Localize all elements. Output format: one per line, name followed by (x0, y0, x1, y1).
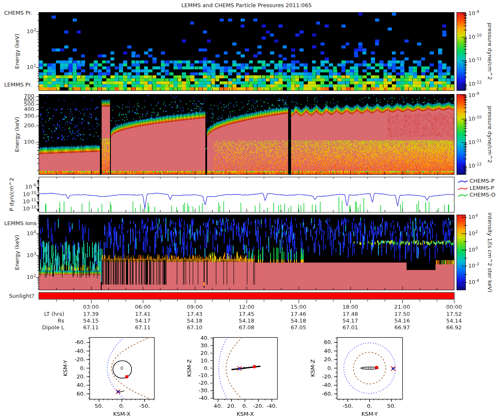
ephemeris-value: 54.15 (76, 318, 106, 324)
ephemeris-value: 67.10 (180, 324, 210, 331)
time-axis-tick (143, 300, 143, 303)
time-tick-label: 06:00 (129, 304, 156, 310)
pressure-colorbar-2 (457, 94, 466, 175)
time-tick-label: 21:00 (389, 304, 416, 310)
ephemeris-value: 17.48 (336, 311, 365, 317)
orbit-plot-yz-canvas (306, 333, 409, 420)
ephemeris-value: 54.14 (439, 318, 469, 324)
time-axis-tick (160, 300, 160, 302)
time-axis-tick (402, 300, 403, 303)
chems-y-axis-label: Energy (keV) (14, 34, 20, 69)
time-axis-tick (316, 300, 316, 302)
time-axis-tick (108, 300, 109, 302)
colorbar-tick-label: 10-10 (468, 34, 488, 40)
y-tick-label: 200. (18, 122, 36, 129)
legend-label: LEMMS-P (470, 185, 494, 191)
time-axis-tick (229, 300, 230, 302)
chems-panel-label: CHEMS Pr. (4, 10, 32, 16)
time-axis-tick (264, 300, 264, 302)
time-axis-tick (177, 300, 178, 302)
legend-line-swatch (458, 179, 468, 184)
time-axis-tick (350, 300, 351, 303)
y-tick-label: 10-9 (18, 184, 36, 190)
y-tick-label: 700. (18, 93, 36, 99)
orbit-plot-xz-canvas (183, 333, 284, 420)
figure-root: LEMMS and CHEMS Particle Pressures 2011:… (0, 0, 504, 420)
colorbar-tick-label: 10-9 (468, 92, 488, 98)
ephemeris-row-label: LT (hrs) (5, 311, 64, 317)
time-tick-label: 12:00 (233, 304, 260, 310)
y-tick-label: 100. (18, 139, 36, 145)
lemms-spectrogram-canvas (39, 94, 454, 175)
ephemeris-value: 17.43 (180, 311, 210, 317)
colorbar-tick-label: 10-12 (468, 81, 488, 87)
ephemeris-value: 17.52 (439, 311, 469, 317)
time-tick-label: 09:00 (181, 304, 208, 310)
lemms-panel-label: LEMMS Pr. (4, 81, 32, 88)
chems-spectrogram-canvas (39, 12, 454, 91)
colorbar-tick-label: 10-11 (468, 139, 488, 145)
pressure-lineplot-canvas (39, 177, 454, 213)
ephemeris-value: 67.01 (336, 324, 365, 331)
sunlight-label: Sunlight? (3, 293, 34, 299)
ephemeris-value: 54.18 (284, 318, 313, 324)
time-tick-label: 00:00 (441, 304, 467, 310)
pressure-colorbar-unit-2: pressure dyne/cm^2 (487, 106, 493, 163)
y-tick-label: 600. (18, 97, 36, 103)
time-axis-tick (385, 300, 385, 302)
ephemeris-value: 66.92 (439, 324, 469, 331)
colorbar-tick-label: 10-11 (468, 57, 488, 63)
ephemeris-value: 67.11 (128, 324, 158, 331)
ephemeris-row-label: Rs (5, 318, 64, 324)
ephemeris-value: 67.08 (232, 324, 261, 331)
pressure-legend: CHEMS-P LEMMS-P CHEMS-O (458, 178, 502, 203)
colorbar-tick-label: 104 (468, 214, 488, 220)
time-tick-label: 18:00 (337, 304, 364, 310)
time-axis-tick (91, 300, 92, 303)
ions-y-axis-label: Energy (keV) (14, 235, 20, 270)
ephemeris-value: 54.17 (128, 318, 158, 324)
lemms-y-axis-label: Energy (keV) (14, 117, 20, 152)
ions-panel-label: LEMMS Ions (4, 220, 37, 226)
legend-line-swatch (458, 193, 468, 198)
time-axis-tick (247, 300, 247, 303)
colorbar-tick-label: 10-2 (468, 262, 488, 269)
intensity-colorbar (457, 215, 466, 290)
colorbar-tick-label: 102 (468, 230, 488, 236)
colorbar-tick-label: 10-4 (468, 279, 488, 285)
y-tick-label: 500. (18, 101, 36, 107)
ephemeris-value: 17.41 (128, 311, 158, 317)
ephemeris-value: 17.50 (388, 311, 417, 317)
intensity-colorbar-unit: intensity 1/(s cm^2 ster keV) (487, 213, 493, 293)
legend-label: CHEMS-O (470, 192, 496, 198)
time-axis-tick (281, 300, 281, 302)
ions-spectrogram-canvas (39, 215, 454, 290)
ephemeris-value: 17.39 (76, 311, 106, 317)
ephemeris-value: 54.18 (180, 318, 210, 324)
ephemeris-value: 17.45 (232, 311, 261, 317)
y-tick-label: 101 (18, 64, 36, 70)
ephemeris-value: 54.18 (232, 318, 261, 324)
legend-label: CHEMS-P (470, 178, 494, 184)
ephemeris-value: 17.46 (284, 311, 313, 317)
colorbar-tick-label: 100 (468, 247, 488, 253)
y-tick-label: 102 (18, 274, 36, 280)
page-title: LEMMS and CHEMS Particle Pressures 2011:… (39, 2, 454, 8)
time-axis-tick (333, 300, 333, 302)
time-axis-tick (212, 300, 213, 302)
ephemeris-value: 67.11 (76, 324, 106, 331)
time-axis-tick (74, 300, 74, 302)
y-tick-label: 400. (18, 106, 36, 112)
y-tick-label: 10-11 (18, 198, 36, 205)
orbit-plot-xy-canvas (59, 333, 160, 420)
y-tick-label: 102 (18, 28, 36, 34)
y-tick-label: 300. (18, 113, 36, 119)
colorbar-tick-label: 10-10 (468, 116, 488, 122)
time-tick-label: 15:00 (285, 304, 312, 310)
time-axis-tick (299, 300, 299, 303)
y-tick-label: 104 (18, 230, 36, 236)
colorbar-tick-label: 10-12 (468, 163, 488, 169)
time-tick-label: 03:00 (78, 304, 105, 310)
time-axis-tick (195, 300, 195, 303)
time-axis-tick (420, 300, 420, 302)
